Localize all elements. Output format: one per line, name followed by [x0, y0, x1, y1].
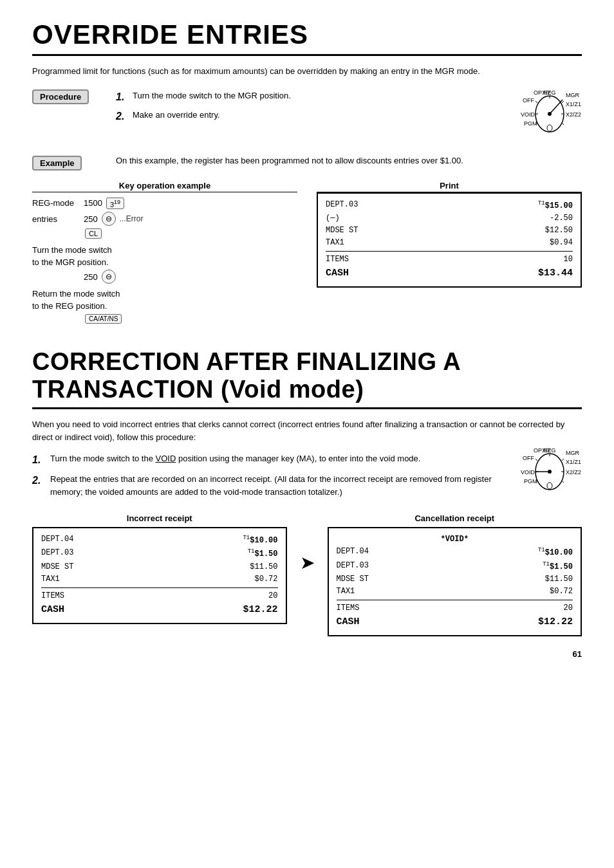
section2-step1-text: Turn the mode switch to the VOID positio… — [50, 452, 420, 465]
example-badge-col: Example — [32, 154, 116, 171]
receipt-row-dept03: DEPT.03 T1$15.00 — [326, 199, 573, 212]
procedure-badge: Procedure — [32, 89, 89, 104]
receipt-box-1: DEPT.03 T1$15.00 (—) -2.50 MDSE ST $12.5… — [317, 192, 582, 288]
receipt-row-tax1: TAX1 $0.94 — [326, 237, 573, 249]
key-ca-at-ns: CA/AT/NS — [85, 314, 122, 324]
svg-point-29 — [547, 483, 552, 489]
void-underline: VOID — [156, 454, 176, 463]
keyop-step-mgr: Turn the mode switch to the MGR position… — [32, 245, 297, 284]
ir-row-cash: CASH $12.22 — [41, 602, 278, 618]
svg-text:PGM: PGM — [524, 120, 537, 127]
svg-line-35 — [562, 459, 564, 461]
keyop-section-title: Key operation example — [32, 181, 297, 192]
procedure-row: Procedure 1. Turn the mode switch to the… — [32, 88, 582, 148]
ir-divider — [41, 587, 278, 588]
ir-row-dept03: DEPT.03 T1$1.50 — [41, 547, 278, 560]
section1-description: Programmed limit for functions (such as … — [32, 65, 582, 78]
svg-point-10 — [547, 125, 552, 131]
section2-step1: 1. Turn the mode switch to the VOID posi… — [32, 452, 492, 468]
section2: CORRECTION AFTER FINALIZING A TRANSACTIO… — [32, 348, 582, 636]
cr-divider — [337, 600, 573, 600]
svg-text:OFF: OFF — [523, 97, 534, 104]
svg-line-13 — [535, 101, 537, 103]
cancellation-receipt-box: *VOID* DEPT.04 T1$10.00 DEPT.03 T1$1.50 … — [328, 527, 582, 636]
section2-steps-row: 1. Turn the mode switch to the VOID posi… — [32, 452, 582, 507]
svg-line-37 — [562, 481, 564, 483]
cr-row-dept03: DEPT.03 T1$1.50 — [337, 560, 573, 573]
step-2: 2. Make an override entry. — [116, 107, 492, 126]
step-1: 1. Turn the mode switch to the MGR posit… — [116, 88, 492, 107]
keyop-line-cl: CL — [32, 228, 297, 239]
section2-description: When you need to void incorrect entries … — [32, 418, 582, 443]
receipt-minus-right: -2.50 — [550, 212, 573, 225]
receipt-mdsest-left: MDSE ST — [326, 225, 358, 237]
example-text: On this example, the register has been p… — [116, 154, 463, 167]
step-return-desc2: to the REG position. — [32, 301, 297, 311]
keyop-label-reg: REG-mode — [32, 198, 84, 208]
incorrect-receipt-box: DEPT.04 T1$10.00 DEPT.03 T1$1.50 MDSE ST… — [32, 527, 287, 624]
keyop-step-return: Return the mode switch to the REG positi… — [32, 289, 297, 324]
receipt-row-mdsest: MDSE ST $12.50 — [326, 225, 573, 237]
mode-switch-svg-2: REG OPX/Z MGR OFF X1/Z1 VOID X2/Z2 PGM — [498, 446, 582, 504]
receipts-row: Incorrect receipt DEPT.04 T1$10.00 DEPT.… — [32, 513, 582, 636]
mode-diagram-2: REG OPX/Z MGR OFF X1/Z1 VOID X2/Z2 PGM — [498, 446, 582, 506]
keyop-line-reg: REG-mode 1500 319 — [32, 198, 297, 210]
cr-row-dept04: DEPT.04 T1$10.00 — [337, 546, 573, 559]
receipt-minus-left: (—) — [326, 212, 340, 225]
receipt-mdsest-right: $12.50 — [545, 225, 573, 237]
keyop-section: Key operation example REG-mode 1500 319 … — [32, 181, 297, 329]
ir-row-items: ITEMS 20 — [41, 590, 278, 602]
svg-line-9 — [550, 100, 563, 114]
incorrect-receipt-col: Incorrect receipt DEPT.04 T1$10.00 DEPT.… — [32, 513, 287, 624]
receipt-cash-left: CASH — [326, 266, 349, 281]
page-number: 61 — [32, 649, 582, 659]
svg-text:X1/Z1: X1/Z1 — [566, 101, 581, 107]
key-cl: CL — [85, 228, 102, 239]
step-return-key: CA/AT/NS — [32, 313, 297, 324]
step-mgr-key-line: 250 ⊖ — [32, 270, 297, 284]
mode-switch-svg-1: REG OPX/Z MGR OFF X1/Z1 VOID X2/Z2 PGM — [498, 88, 582, 146]
example-row: Example On this example, the register ha… — [32, 154, 582, 171]
receipt-divider-1 — [326, 251, 573, 252]
svg-text:X1/Z1: X1/Z1 — [566, 459, 581, 465]
receipt-tax1-right: $0.94 — [550, 237, 573, 249]
receipt-dept03-right: T1$15.00 — [538, 199, 573, 212]
svg-text:OPX/Z: OPX/Z — [534, 447, 552, 454]
cr-row-items: ITEMS 20 — [337, 602, 573, 614]
receipt-tax1-left: TAX1 — [326, 237, 344, 249]
section2-steps: 1. Turn the mode switch to the VOID posi… — [32, 452, 492, 507]
svg-text:X2/Z2: X2/Z2 — [566, 111, 581, 118]
svg-line-32 — [535, 459, 537, 461]
keyop-value-1500: 1500 — [84, 198, 102, 208]
cr-row-mdsest: MDSE ST $11.50 — [337, 573, 573, 586]
cr-row-tax1: TAX1 $0.72 — [337, 586, 573, 598]
section1-title: OVERRIDE ENTRIES — [32, 19, 582, 56]
section2-step2-text: Repeat the entries that are recorded on … — [50, 473, 492, 498]
arrow-col: ➤ — [300, 513, 315, 573]
example-badge: Example — [32, 156, 82, 171]
svg-text:MGR: MGR — [566, 92, 579, 98]
keyop-label-entries: entries — [32, 214, 84, 224]
receipt-dept03-left: DEPT.03 — [326, 199, 358, 212]
section1: OVERRIDE ENTRIES Programmed limit for fu… — [32, 19, 582, 329]
cr-row-void: *VOID* — [337, 533, 573, 546]
print-section-title: Print — [317, 181, 582, 192]
svg-text:MGR: MGR — [566, 450, 579, 456]
svg-text:PGM: PGM — [524, 478, 537, 485]
cancellation-receipt-title: Cancellation receipt — [328, 513, 582, 523]
svg-text:OFF: OFF — [523, 455, 534, 461]
receipt-row-items: ITEMS 10 — [326, 254, 573, 266]
keyop-note-error: ...Error — [120, 214, 144, 223]
procedure-steps: 1. Turn the mode switch to the MGR posit… — [116, 88, 492, 128]
svg-line-18 — [562, 123, 564, 125]
svg-line-16 — [562, 101, 564, 103]
receipt-items-left: ITEMS — [326, 254, 349, 266]
mode-diagram-1: REG OPX/Z MGR OFF X1/Z1 VOID X2/Z2 PGM — [498, 88, 582, 148]
ir-row-dept04: DEPT.04 T1$10.00 — [41, 533, 278, 547]
key-3: 319 — [106, 198, 124, 210]
key-minus-circle-2: ⊖ — [102, 270, 116, 284]
step-mgr-desc2: to the MGR position. — [32, 257, 297, 267]
keyop-value-250: 250 — [84, 214, 98, 224]
ir-row-tax1: TAX1 $0.72 — [41, 573, 278, 586]
arrow-icon: ➤ — [300, 552, 315, 573]
